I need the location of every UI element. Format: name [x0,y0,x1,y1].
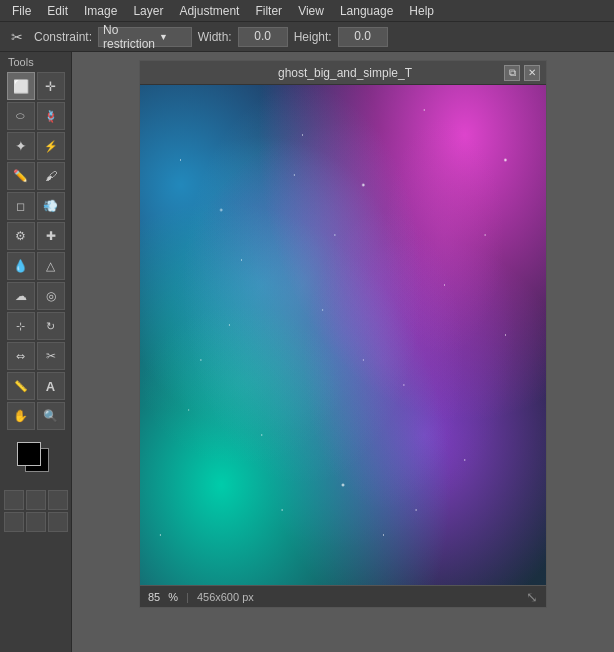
constraint-value: No restriction [103,23,155,51]
canvas-area: ghost_big_and_simple_T ⧉ ✕ 85 % | 456x60… [72,52,614,652]
tool-row-9: ⊹ ↻ [7,312,65,340]
menu-filter[interactable]: Filter [247,2,290,20]
zoom-unit: % [168,591,178,603]
pan-tool[interactable]: ✋ [7,402,35,430]
burn-tool[interactable]: △ [37,252,65,280]
menu-view[interactable]: View [290,2,332,20]
preset-cell-1[interactable] [4,490,24,510]
smudge-tool[interactable]: ☁ [7,282,35,310]
tool-row-5: ◻ 💨 [7,192,65,220]
preset-cell-3[interactable] [48,490,68,510]
rotate-tool[interactable]: ↻ [37,312,65,340]
height-input[interactable]: 0.0 [338,27,388,47]
image-title: ghost_big_and_simple_T [186,66,504,80]
clone-tool[interactable]: ⚙ [7,222,35,250]
image-close-button[interactable]: ✕ [524,65,540,81]
preset-cell-6[interactable] [48,512,68,532]
airbrush-tool[interactable]: 💨 [37,192,65,220]
menu-help[interactable]: Help [401,2,442,20]
free-select-tool[interactable]: ⚡ [37,132,65,160]
image-window: ghost_big_and_simple_T ⧉ ✕ 85 % | 456x60… [139,60,547,608]
menubar: File Edit Image Layer Adjustment Filter … [0,0,614,22]
image-title-buttons: ⧉ ✕ [504,65,540,81]
preset-cell-2[interactable] [26,490,46,510]
paintbrush-tool[interactable]: 🖌 [37,162,65,190]
preset-cell-5[interactable] [26,512,46,532]
color-swatch-area [7,440,65,480]
blur-tool[interactable]: ◎ [37,282,65,310]
image-titlebar: ghost_big_and_simple_T ⧉ ✕ [140,61,546,85]
image-dimensions: 456x600 px [197,591,254,603]
menu-adjustment[interactable]: Adjustment [171,2,247,20]
crop-tool-icon[interactable]: ✂ [6,26,28,48]
menu-edit[interactable]: Edit [39,2,76,20]
measure-tool[interactable]: 📏 [7,372,35,400]
text-tool[interactable]: A [37,372,65,400]
tool-row-12: ✋ 🔍 [7,402,65,430]
crop-tool[interactable]: ✂ [37,342,65,370]
constraint-label: Constraint: [34,30,92,44]
tool-row-3: ✦ ⚡ [7,132,65,160]
resize-handle-icon[interactable]: ⤡ [526,589,538,605]
toolbar: ✂ Constraint: No restriction ▼ Width: 0.… [0,22,614,52]
tool-row-11: 📏 A [7,372,65,400]
menu-file[interactable]: File [4,2,39,20]
image-canvas[interactable] [140,85,546,585]
tool-row-8: ☁ ◎ [7,282,65,310]
preset-cell-4[interactable] [4,512,24,532]
tools-panel: Tools ⬜ ✛ ⬭ 🪢 ✦ ⚡ ✏️ 🖌 ◻ 💨 ⚙ ✚ [0,52,72,652]
tool-row-7: 💧 △ [7,252,65,280]
constraint-dropdown[interactable]: No restriction ▼ [98,27,192,47]
menu-image[interactable]: Image [76,2,125,20]
move-tool[interactable]: ✛ [37,72,65,100]
tools-header: Tools [0,56,34,68]
status-separator: | [186,591,189,603]
ellipse-select-tool[interactable]: ⬭ [7,102,35,130]
tool-row-2: ⬭ 🪢 [7,102,65,130]
menu-layer[interactable]: Layer [125,2,171,20]
zoom-value: 85 [148,591,160,603]
galaxy-image [140,85,546,585]
width-label: Width: [198,30,232,44]
tool-row-1: ⬜ ✛ [7,72,65,100]
width-input[interactable]: 0.0 [238,27,288,47]
height-label: Height: [294,30,332,44]
foreground-color-swatch[interactable] [17,442,41,466]
dodge-tool[interactable]: 💧 [7,252,35,280]
image-statusbar: 85 % | 456x600 px ⤡ [140,585,546,607]
eraser-tool[interactable]: ◻ [7,192,35,220]
zoom-tool[interactable]: 🔍 [37,402,65,430]
main-area: Tools ⬜ ✛ ⬭ 🪢 ✦ ⚡ ✏️ 🖌 ◻ 💨 ⚙ ✚ [0,52,614,652]
lasso-tool[interactable]: 🪢 [37,102,65,130]
perspective-tool[interactable]: ⊹ [7,312,35,340]
constraint-dropdown-arrow: ▼ [159,32,187,42]
flip-tool[interactable]: ⇔ [7,342,35,370]
pencil-tool[interactable]: ✏️ [7,162,35,190]
tool-row-6: ⚙ ✚ [7,222,65,250]
menu-language[interactable]: Language [332,2,401,20]
rect-select-tool[interactable]: ⬜ [7,72,35,100]
tool-row-4: ✏️ 🖌 [7,162,65,190]
image-maximize-button[interactable]: ⧉ [504,65,520,81]
tool-presets-grid [4,490,68,532]
heal-tool[interactable]: ✚ [37,222,65,250]
magic-wand-tool[interactable]: ✦ [7,132,35,160]
tool-row-10: ⇔ ✂ [7,342,65,370]
